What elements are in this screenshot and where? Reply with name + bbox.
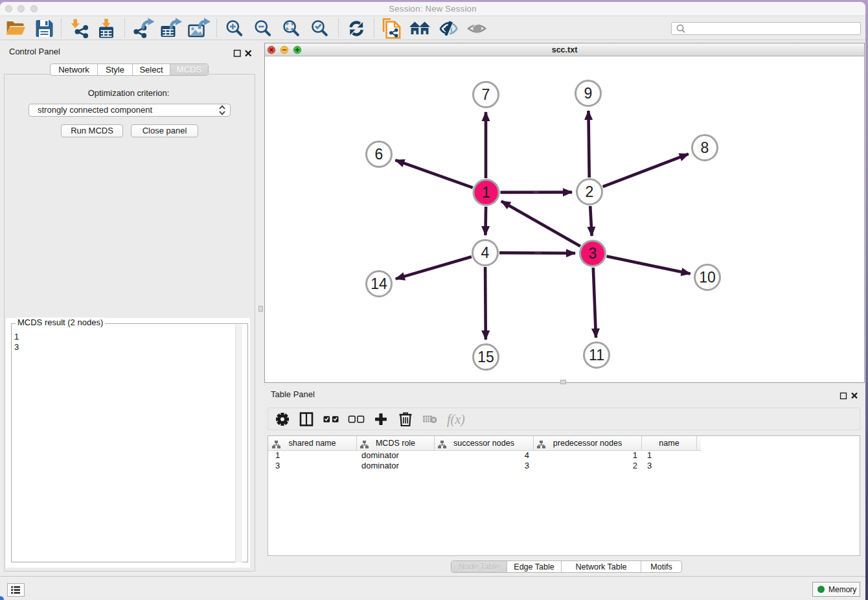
svg-text:4: 4: [481, 244, 490, 261]
svg-text:f(x): f(x): [447, 412, 465, 427]
svg-text:14: 14: [371, 275, 387, 292]
svg-text:6: 6: [375, 146, 383, 163]
svg-text:2: 2: [586, 183, 594, 200]
svg-text:15: 15: [477, 349, 494, 365]
svg-text:10: 10: [699, 269, 716, 286]
svg-text:11: 11: [589, 347, 604, 363]
svg-text:8: 8: [701, 139, 709, 156]
svg-text:9: 9: [584, 85, 593, 102]
svg-text:3: 3: [589, 245, 597, 262]
svg-text:7: 7: [482, 86, 490, 103]
svg-text:1: 1: [482, 184, 490, 201]
